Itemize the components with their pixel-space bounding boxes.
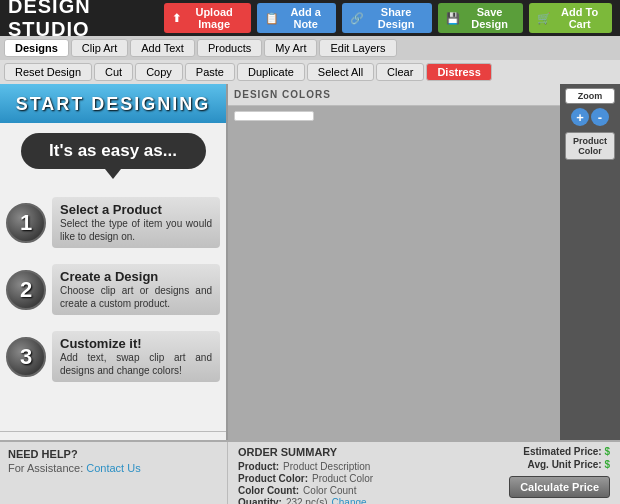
order-summary-section: ORDER SUMMARY Product: Product Descripti… <box>228 442 620 504</box>
step-3-number: 3 <box>6 337 46 377</box>
tab-myart[interactable]: My Art <box>264 39 317 57</box>
step-1-title: Select a Product <box>60 202 212 217</box>
zoom-controls: + - <box>569 106 611 128</box>
paste-button[interactable]: Paste <box>185 63 235 81</box>
select-all-button[interactable]: Select All <box>307 63 374 81</box>
colors-dropdown-menu <box>234 111 314 121</box>
cut-button[interactable]: Cut <box>94 63 133 81</box>
nav-tabs: Designs Clip Art Add Text Products My Ar… <box>0 36 620 60</box>
upload-image-button[interactable]: ⬆ Upload Image <box>164 3 251 33</box>
distress-button[interactable]: Distress <box>426 63 491 81</box>
share-icon: 🔗 <box>350 12 364 25</box>
step-1-content: Select a Product Select the type of item… <box>52 197 220 248</box>
order-summary-title: ORDER SUMMARY <box>238 446 430 458</box>
tab-addtext[interactable]: Add Text <box>130 39 195 57</box>
price-estimate-section: Estimated Price: $ Avg. Unit Price: $ Ca… <box>450 446 610 500</box>
tab-products[interactable]: Products <box>197 39 262 57</box>
help-section: NEED HELP? For Assistance: Contact Us <box>0 442 228 504</box>
step-3-content: Customize it! Add text, swap clip art an… <box>52 331 220 382</box>
avg-unit-price-row: Avg. Unit Price: $ <box>528 459 610 470</box>
share-design-button[interactable]: 🔗 Share Design <box>342 3 432 33</box>
product-color-button[interactable]: ProductColor <box>565 132 615 160</box>
add-to-cart-button[interactable]: 🛒 Add To Cart <box>529 3 612 33</box>
order-row-quantity: Quantity: 232 pc(s) Change <box>238 497 430 504</box>
step-2-desc: Choose clip art or designs and create a … <box>60 284 212 310</box>
estimated-price-row: Estimated Price: $ <box>523 446 610 457</box>
order-row-product: Product: Product Description <box>238 461 430 472</box>
step-1-number: 1 <box>6 203 46 243</box>
save-design-button[interactable]: 💾 Save Design <box>438 3 523 33</box>
clear-button[interactable]: Clear <box>376 63 424 81</box>
start-designing-header: START DESIGNING <box>0 84 226 123</box>
step-2-number: 2 <box>6 270 46 310</box>
tab-designs[interactable]: Designs <box>4 39 69 57</box>
app-title: DESIGN STUDIO <box>8 0 150 41</box>
cart-icon: 🛒 <box>537 12 551 25</box>
assistance-text: For Assistance: Contact Us <box>8 462 219 474</box>
order-details: ORDER SUMMARY Product: Product Descripti… <box>238 446 430 500</box>
canvas-panel: DESIGN COLORS <box>228 84 560 440</box>
left-panel-footer <box>0 431 226 440</box>
step-3-desc: Add text, swap clip art and designs and … <box>60 351 212 377</box>
design-colors-dropdown[interactable]: DESIGN COLORS <box>234 89 331 100</box>
calculate-price-button[interactable]: Calculate Price <box>509 476 610 498</box>
canvas-area[interactable] <box>228 106 560 440</box>
order-row-colorcount: Color Count: Color Count <box>238 485 430 496</box>
add-note-button[interactable]: 📋 Add a Note <box>257 3 336 33</box>
tab-clipart[interactable]: Clip Art <box>71 39 128 57</box>
step-1-desc: Select the type of item you would like t… <box>60 217 212 243</box>
step-2: 2 Create a Design Choose clip art or des… <box>6 264 220 315</box>
need-help-label: NEED HELP? <box>8 448 219 460</box>
note-icon: 📋 <box>265 12 279 25</box>
right-panel: Zoom + - ProductColor <box>560 84 620 440</box>
main-layout: START DESIGNING It's as easy as... 1 Sel… <box>0 84 620 440</box>
duplicate-button[interactable]: Duplicate <box>237 63 305 81</box>
speech-bubble: It's as easy as... <box>21 133 206 169</box>
design-colors-label: DESIGN COLORS <box>234 89 331 100</box>
step-3: 3 Customize it! Add text, swap clip art … <box>6 331 220 382</box>
page-footer: NEED HELP? For Assistance: Contact Us OR… <box>0 440 620 504</box>
reset-design-button[interactable]: Reset Design <box>4 63 92 81</box>
save-icon: 💾 <box>446 12 460 25</box>
zoom-in-button[interactable]: + <box>571 108 589 126</box>
step-1: 1 Select a Product Select the type of it… <box>6 197 220 248</box>
order-row-color: Product Color: Product Color <box>238 473 430 484</box>
upload-icon: ⬆ <box>172 12 181 25</box>
app-header: DESIGN STUDIO ⬆ Upload Image 📋 Add a Not… <box>0 0 620 36</box>
left-panel: START DESIGNING It's as easy as... 1 Sel… <box>0 84 228 440</box>
step-3-title: Customize it! <box>60 336 212 351</box>
step-2-title: Create a Design <box>60 269 212 284</box>
tab-editlayers[interactable]: Edit Layers <box>319 39 396 57</box>
step-2-content: Create a Design Choose clip art or desig… <box>52 264 220 315</box>
zoom-label: Zoom <box>565 88 615 104</box>
zoom-out-button[interactable]: - <box>591 108 609 126</box>
action-toolbar: Reset Design Cut Copy Paste Duplicate Se… <box>0 60 620 84</box>
contact-us-link[interactable]: Contact Us <box>86 462 140 474</box>
copy-button[interactable]: Copy <box>135 63 183 81</box>
design-colors-bar: DESIGN COLORS <box>228 84 560 106</box>
change-quantity-link[interactable]: Change <box>332 497 367 504</box>
